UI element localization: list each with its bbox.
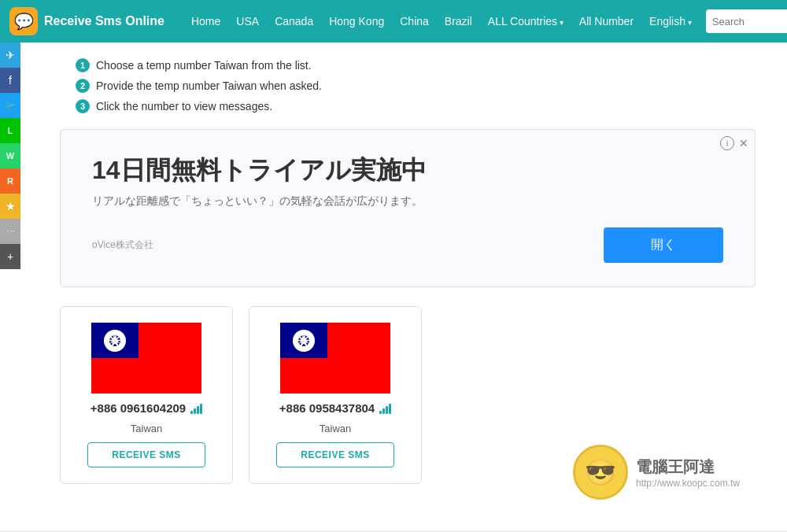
ad-footer: oVice株式会社 開く (92, 227, 723, 263)
steps-section: 1 Choose a temp number Taiwan from the l… (60, 58, 756, 113)
ad-cta-button[interactable]: 開く (604, 227, 723, 263)
social-sidebar: ✈ f 🐦 L W R ★ ⋯ + (0, 42, 20, 530)
number-cards-row: +886 0961604209 Taiwan RECEIVE SMS (60, 306, 756, 484)
nav-english[interactable]: English (643, 10, 698, 32)
flag-sun-1 (104, 330, 126, 352)
step-2-num: 2 (76, 79, 90, 93)
ad-banner: i ✕ 14日間無料トライアル実施中 リアルな距離感で「ちょっといい？」の気軽な… (60, 129, 756, 287)
step-1-text: Choose a temp number Taiwan from the lis… (96, 59, 312, 72)
signal-bar-1-3 (197, 406, 199, 414)
flag-sun-2 (293, 330, 315, 352)
search-input[interactable] (706, 13, 787, 31)
watermark-text-area: 電腦王阿達 http://www.koopc.com.tw (636, 456, 740, 489)
watermark-chinese: 電腦王阿達 (636, 456, 740, 478)
brand[interactable]: 💬 Receive Sms Online (9, 7, 164, 35)
step-1: 1 Choose a temp number Taiwan from the l… (76, 58, 756, 72)
flag-sun-inner-1 (109, 335, 120, 346)
watermark: 😎 電腦王阿達 http://www.koopc.com.tw (573, 445, 740, 500)
ad-headline: 14日間無料トライアル実施中 (92, 153, 723, 188)
step-3: 3 Click the number to view messages. (76, 99, 756, 113)
navbar-right: 🔍 (706, 9, 787, 33)
signal-bar-2-3 (386, 406, 388, 414)
step-1-num: 1 (76, 58, 90, 72)
number-card-1: +886 0961604209 Taiwan RECEIVE SMS (60, 306, 233, 484)
signal-bar-1-1 (190, 411, 193, 414)
nav-china[interactable]: China (394, 10, 435, 32)
social-whatsapp-btn[interactable]: W (0, 143, 20, 168)
ad-close-button[interactable]: ✕ (739, 137, 748, 150)
signal-bar-1-4 (200, 404, 202, 414)
phone-number-1-text: +886 0961604209 (91, 401, 186, 415)
brand-icon: 💬 (9, 7, 38, 35)
ad-subtext: リアルな距離感で「ちょっといい？」の気軽な会話が広がります。 (92, 194, 723, 209)
social-more-btn[interactable]: ⋯ (0, 219, 20, 244)
step-2-text: Provide the temp number Taiwan when aske… (96, 79, 322, 92)
step-3-text: Click the number to view messages. (96, 100, 272, 113)
watermark-mascot: 😎 (573, 445, 628, 500)
social-plus-btn[interactable]: + (0, 244, 20, 269)
country-label-1: Taiwan (131, 423, 162, 434)
phone-number-2-text: +886 0958437804 (279, 401, 375, 415)
ad-info-icon[interactable]: i (720, 136, 734, 150)
nav-menu: Home USA Canada Hong Kong China Brazil A… (185, 10, 698, 32)
nav-canada[interactable]: Canada (268, 10, 320, 32)
social-rss-btn[interactable]: R (0, 168, 20, 194)
flag-taiwan-2 (280, 323, 390, 393)
phone-number-2: +886 0958437804 (279, 401, 391, 415)
signal-bar-2-4 (389, 404, 391, 414)
flag-sun-inner-2 (298, 335, 309, 346)
receive-sms-btn-1[interactable]: RECEIVE SMS (87, 442, 205, 467)
nav-home[interactable]: Home (185, 10, 227, 32)
receive-sms-btn-2[interactable]: RECEIVE SMS (276, 442, 394, 467)
signal-bar-2-1 (379, 411, 382, 414)
social-twitter-btn[interactable]: 🐦 (0, 93, 20, 118)
nav-all-number[interactable]: All Number (573, 10, 640, 32)
nav-all-countries[interactable]: ALL Countries (482, 10, 570, 32)
nav-usa[interactable]: USA (230, 10, 265, 32)
signal-icon-2 (379, 403, 391, 414)
social-star-btn[interactable]: ★ (0, 194, 20, 219)
number-card-2: +886 0958437804 Taiwan RECEIVE SMS (249, 306, 422, 484)
nav-hongkong[interactable]: Hong Kong (323, 10, 390, 32)
signal-icon-1 (190, 403, 202, 414)
phone-number-1: +886 0961604209 (91, 401, 202, 415)
flag-taiwan-1 (91, 323, 201, 393)
step-3-num: 3 (76, 99, 90, 113)
country-label-2: Taiwan (320, 423, 351, 434)
social-facebook-btn[interactable]: f (0, 68, 20, 93)
social-line-btn[interactable]: L (0, 118, 20, 143)
nav-brazil[interactable]: Brazil (438, 10, 478, 32)
signal-bar-2-2 (382, 408, 385, 414)
flag-canton-1 (91, 323, 139, 358)
navbar: 💬 Receive Sms Online Home USA Canada Hon… (0, 0, 787, 42)
ad-close-area: i ✕ (720, 136, 748, 150)
ad-company: oVice株式会社 (92, 238, 153, 252)
brand-name: Receive Sms Online (44, 14, 164, 28)
watermark-url: http://www.koopc.com.tw (636, 478, 740, 489)
flag-canton-2 (280, 323, 327, 358)
ad-text-area: 14日間無料トライアル実施中 リアルな距離感で「ちょっといい？」の気軽な会話が広… (92, 153, 723, 263)
step-2: 2 Provide the temp number Taiwan when as… (76, 79, 756, 93)
social-telegram-btn[interactable]: ✈ (0, 42, 20, 68)
search-box: 🔍 (706, 9, 787, 33)
signal-bar-1-2 (194, 408, 196, 414)
main-content: 1 Choose a temp number Taiwan from the l… (20, 42, 787, 530)
